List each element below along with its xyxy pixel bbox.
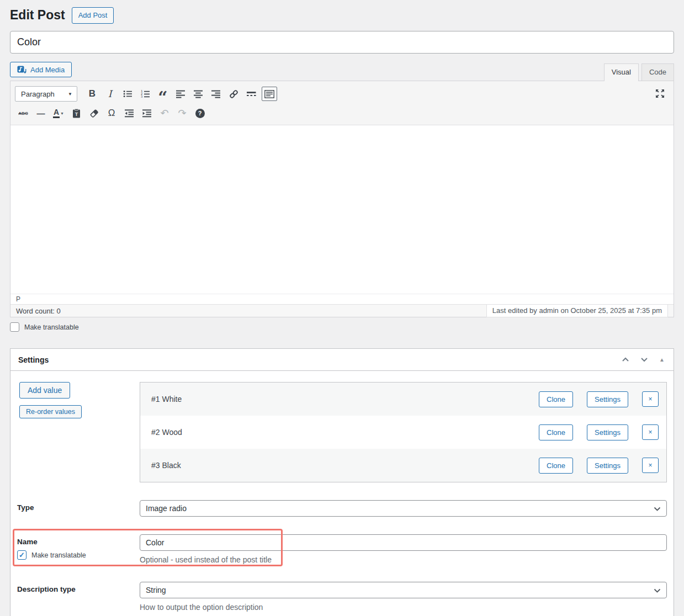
editor-status-bar: Word count: 0 Last edited by admin on Oc… — [10, 304, 674, 317]
edit-post-page: Edit Post Add Post Add Media Visual Code — [0, 0, 684, 616]
numbered-list-button[interactable]: 1 2 3 — [137, 87, 153, 101]
chevron-down-icon: ▼ — [68, 92, 72, 97]
bold-button[interactable]: B — [84, 87, 100, 101]
text-color-button[interactable]: A ▼ — [50, 106, 67, 120]
type-label: Type — [17, 500, 34, 512]
link-button[interactable] — [225, 87, 242, 101]
italic-button[interactable]: I — [102, 87, 118, 101]
page-title: Edit Post — [10, 7, 65, 24]
undo-button[interactable]: ↶ — [156, 106, 173, 120]
values-section: Add value Re-order values #1 White Clone… — [17, 382, 667, 482]
value-label: #1 White — [151, 395, 539, 403]
type-select-value: Image radio — [146, 504, 187, 513]
name-input[interactable] — [140, 534, 667, 551]
outdent-icon — [125, 109, 134, 118]
remove-value-button[interactable]: × — [642, 424, 659, 440]
toolbar-row-2: ABC — A ▼ T — [15, 106, 669, 120]
settings-body: Add value Re-order values #1 White Clone… — [10, 371, 674, 616]
clone-button[interactable]: Clone — [539, 458, 573, 474]
text-color-icon: A — [53, 108, 60, 118]
name-translatable-checkbox[interactable]: ✓ — [17, 550, 26, 560]
chevron-up-icon — [622, 357, 629, 362]
value-row: #1 White Clone Settings × — [140, 383, 666, 416]
outdent-button[interactable] — [121, 106, 137, 120]
name-field-row: Name ✓ Make translatable Optional - used… — [17, 534, 667, 564]
toolbar-row-1: Paragraph ▼ B I 1 2 3 — [15, 86, 669, 102]
value-settings-button[interactable]: Settings — [587, 424, 628, 440]
horizontal-rule-button[interactable]: — — [33, 106, 49, 120]
toolbar-toggle-button[interactable] — [262, 87, 277, 101]
value-row: #3 Black Clone Settings × — [140, 449, 666, 482]
fullscreen-button[interactable] — [654, 87, 666, 99]
description-type-row: Description type String How to output th… — [17, 582, 667, 612]
editor-mode-tabs: Visual Code — [604, 63, 674, 81]
remove-value-button[interactable]: × — [642, 458, 659, 473]
reorder-values-button[interactable]: Re-order values — [19, 405, 82, 418]
settings-header[interactable]: Settings ▲ — [10, 349, 674, 371]
special-character-button[interactable]: Ω — [103, 106, 120, 120]
make-translatable-label: Make translatable — [24, 323, 79, 331]
settings-metabox: Settings ▲ Add value — [10, 348, 674, 616]
description-type-select[interactable]: String — [140, 582, 667, 598]
description-type-help: How to output the option description — [140, 603, 667, 612]
svg-text:3: 3 — [141, 95, 142, 99]
value-settings-button[interactable]: Settings — [587, 391, 628, 407]
media-icon — [17, 65, 26, 74]
blockquote-button[interactable]: “ — [155, 87, 171, 101]
svg-text:T: T — [75, 111, 78, 117]
paste-as-text-icon: T — [72, 109, 81, 118]
editor-toolbar: Paragraph ▼ B I 1 2 3 — [10, 81, 674, 125]
align-center-icon — [194, 89, 203, 98]
fullscreen-icon — [655, 89, 665, 98]
add-value-button[interactable]: Add value — [19, 382, 70, 399]
chevron-down-icon: ▼ — [60, 111, 64, 115]
add-media-button[interactable]: Add Media — [10, 62, 72, 77]
type-select[interactable]: Image radio — [140, 500, 667, 517]
description-type-label: Description type — [17, 582, 76, 593]
tab-visual[interactable]: Visual — [604, 63, 639, 81]
last-edited-info: Last edited by admin on October 25, 2025… — [486, 304, 668, 317]
chevron-down-icon — [640, 357, 648, 362]
clone-button[interactable]: Clone — [539, 391, 573, 407]
check-icon: ✓ — [19, 551, 25, 559]
align-center-button[interactable] — [190, 87, 206, 101]
name-help-text: Optional - used instead of the post titl… — [140, 555, 667, 564]
indent-button[interactable] — [139, 106, 155, 120]
value-settings-button[interactable]: Settings — [587, 458, 628, 474]
move-down-button[interactable] — [639, 356, 649, 363]
format-select[interactable]: Paragraph ▼ — [15, 86, 77, 102]
help-button[interactable]: ? — [192, 106, 208, 120]
editor-content-area[interactable] — [10, 125, 674, 294]
paste-as-text-button[interactable]: T — [68, 106, 84, 120]
bullet-list-button[interactable] — [119, 87, 136, 101]
type-field-row: Type Image radio — [17, 500, 667, 517]
value-actions: Clone Settings × — [539, 391, 659, 407]
value-label: #3 Black — [151, 461, 539, 470]
make-translatable-checkbox[interactable] — [10, 322, 19, 332]
move-up-button[interactable] — [621, 356, 630, 363]
align-left-button[interactable] — [172, 87, 189, 101]
add-post-button[interactable]: Add Post — [72, 7, 114, 24]
clone-button[interactable]: Clone — [539, 424, 573, 440]
remove-value-button[interactable]: × — [642, 391, 659, 407]
value-actions: Clone Settings × — [539, 424, 659, 440]
tab-code[interactable]: Code — [641, 63, 674, 81]
format-select-value: Paragraph — [21, 90, 55, 98]
more-tag-button[interactable] — [243, 87, 259, 101]
name-label: Name — [17, 534, 38, 546]
value-actions: Clone Settings × — [539, 458, 659, 474]
bullet-list-icon — [123, 89, 132, 98]
post-title-input[interactable] — [10, 31, 674, 54]
clear-formatting-button[interactable] — [86, 106, 102, 120]
editor-tools: Add Media Visual Code — [10, 62, 674, 81]
name-translatable-label: Make translatable — [31, 551, 86, 559]
redo-button[interactable]: ↷ — [174, 106, 190, 120]
name-translatable-row: ✓ Make translatable — [17, 550, 86, 560]
strikethrough-button[interactable]: ABC — [15, 106, 31, 120]
align-right-button[interactable] — [208, 87, 224, 101]
chevron-down-icon — [654, 588, 661, 593]
align-left-icon — [176, 89, 185, 98]
toggle-panel-button[interactable]: ▲ — [658, 355, 666, 364]
more-tag-icon — [247, 89, 256, 98]
editor-path[interactable]: P — [16, 295, 20, 303]
